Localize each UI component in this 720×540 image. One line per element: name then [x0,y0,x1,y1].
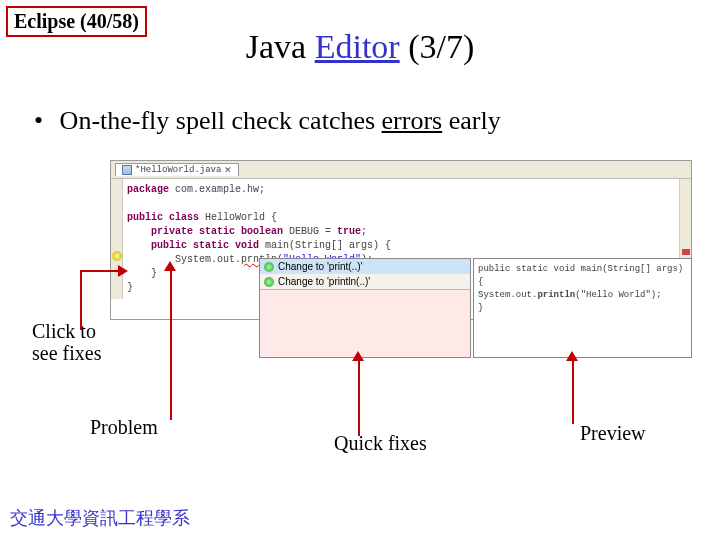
title-link: Editor [315,28,400,65]
footer: 交通大學資訊工程學系 [10,506,190,530]
bold: println [537,290,575,300]
kw: public class [127,212,199,223]
kw: true [337,226,361,237]
txt: com.example.hw; [169,184,265,195]
txt: ("Hello World"); [575,290,661,300]
editor-tab[interactable]: *HelloWorld.java ✕ [115,163,239,176]
callout-click: Click to see fixes [32,320,102,364]
arrow-line [358,360,360,436]
change-icon [264,262,274,272]
arrow-head-icon [118,265,128,277]
code-line: package com.example.hw; [127,183,685,197]
editor-gutter[interactable] [111,179,123,299]
quickfix-popup: Change to 'print(..)' Change to 'println… [259,258,471,358]
callout-preview: Preview [580,422,646,445]
close-icon[interactable]: ✕ [224,165,232,175]
change-icon [264,277,274,287]
error-marker-icon[interactable] [682,249,690,255]
quickfix-label: Change to 'print(..)' [278,261,362,272]
preview-line: public static void main(String[] args) { [478,263,687,289]
txt: ; [361,226,367,237]
arrow-line [82,270,120,272]
title-prefix: Java [246,28,315,65]
bullet-row: • On-the-fly spell check catches errors … [34,106,501,136]
preview-line: } [478,302,687,315]
bullet-text-err: errors [382,106,443,135]
quickfix-list: Change to 'print(..)' Change to 'println… [260,259,470,290]
kw: public static void [151,240,259,251]
bullet-dot: • [34,106,43,136]
txt: DEBUG = [283,226,337,237]
bullet-text-pre: On-the-fly spell check catches [60,106,382,135]
kw: private static boolean [151,226,283,237]
kw: package [127,184,169,195]
code-line: public class HelloWorld { [127,211,685,225]
arrow-head-icon [164,261,176,271]
arrow-line [170,270,172,420]
txt: System.out. [175,254,241,265]
code-line [127,197,685,211]
callout-quick: Quick fixes [334,432,427,454]
quickfix-item[interactable]: Change to 'print(..)' [260,259,470,274]
preview-popup: public static void main(String[] args) {… [473,258,692,358]
quickfix-label: Change to 'println(..)' [278,276,370,287]
txt: System.out. [478,290,537,300]
lightbulb-icon[interactable] [112,251,122,261]
quickfix-item[interactable]: Change to 'println(..)' [260,274,470,289]
java-file-icon [122,165,132,175]
title-suffix: (3/7) [400,28,475,65]
bullet-text-post: early [442,106,500,135]
txt: } [127,282,133,293]
preview-line: System.out.println("Hello World"); [478,289,687,302]
editor-tabbar: *HelloWorld.java ✕ [111,161,691,179]
arrow-line [80,270,82,330]
arrow-head-icon [566,351,578,361]
txt: } [151,268,157,279]
callout-problem: Problem [90,416,158,439]
arrow-head-icon [352,351,364,361]
page-title: Java Editor (3/7) [0,28,720,66]
code-line: public static void main(String[] args) { [127,239,685,253]
txt: HelloWorld { [199,212,277,223]
code-line: private static boolean DEBUG = true; [127,225,685,239]
editor-tab-label: *HelloWorld.java [135,165,221,175]
txt: main(String[] args) { [259,240,391,251]
arrow-line [572,360,574,424]
